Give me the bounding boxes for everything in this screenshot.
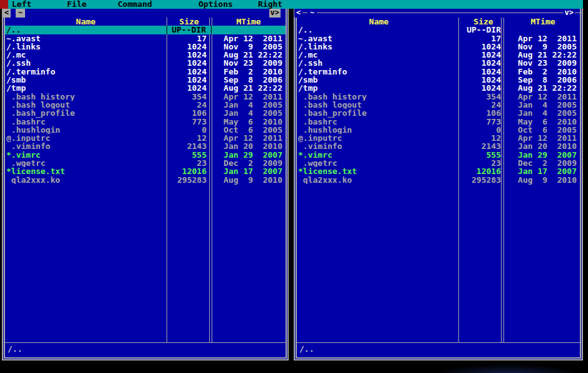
file-mtime: Jan 29 2007 (506, 151, 580, 159)
file-row[interactable]: /.terminfo1024Feb 2 2010 (5, 68, 286, 76)
file-row[interactable]: .bash_logout24Jan 4 2005 (297, 101, 580, 109)
column-header-name[interactable]: Name (5, 18, 167, 26)
file-row[interactable]: /.ssh1024Nov 23 2009 (297, 59, 580, 67)
file-mtime: Aug 9 2010 (212, 176, 286, 184)
column-header-size[interactable]: Size (461, 18, 506, 26)
file-row[interactable]: qla2xxx.ko295283Aug 9 2010 (297, 176, 580, 184)
file-rows: /..UP--DIR~.avast17Apr 12 2011/.links102… (5, 26, 286, 184)
file-row[interactable]: *license.txt12016Jan 17 2007 (297, 167, 580, 175)
file-mtime: Jan 4 2005 (212, 101, 286, 109)
menu-left[interactable]: Left (12, 0, 31, 9)
file-size: UP--DIR (167, 26, 212, 34)
file-row[interactable]: /.links1024Nov 9 2005 (297, 43, 580, 51)
file-size: 295283 (461, 176, 506, 184)
file-mtime: Jan 4 2005 (506, 101, 580, 109)
file-row[interactable]: .bash_history354Apr 12 2011 (297, 93, 580, 101)
file-size: 12016 (461, 167, 506, 175)
dropdown-forward-buttons[interactable]: v> (564, 9, 575, 18)
right-panel: < ~ v> Name Size MTime /..UP--DIR~.avast… (294, 9, 583, 360)
file-size: 1024 (167, 84, 212, 92)
file-name: /.ssh (297, 59, 461, 67)
file-row[interactable]: /..UP--DIR (5, 26, 286, 34)
right-panel-header-row: < ~ v> (297, 9, 580, 18)
menu-right[interactable]: Right (258, 0, 282, 9)
column-header-mtime[interactable]: MTime (212, 18, 286, 26)
file-row[interactable]: /tmp1024Aug 21 22:22 (5, 84, 286, 92)
file-row[interactable]: /.links1024Nov 9 2005 (5, 43, 286, 51)
file-row[interactable]: /.ssh1024Nov 23 2009 (5, 59, 286, 67)
file-row[interactable]: qla2xxx.ko295283Aug 9 2010 (5, 176, 286, 184)
file-mtime: Aug 21 22:22 (506, 51, 580, 59)
dropdown-forward-buttons[interactable]: v> (269, 9, 281, 18)
history-back-button[interactable]: < (3, 9, 11, 18)
file-row[interactable]: /.terminfo1024Feb 2 2010 (297, 68, 580, 76)
file-row[interactable]: .wgetrc23Dec 2 2009 (297, 159, 580, 167)
file-row[interactable]: .bash_profile106Jan 4 2005 (297, 109, 580, 117)
current-path[interactable]: ~ (16, 9, 25, 18)
file-name: .bash_history (297, 93, 461, 101)
file-size: 106 (461, 109, 506, 117)
file-row[interactable]: /..UP--DIR (297, 26, 580, 34)
file-row[interactable]: /.mc1024Aug 21 22:22 (5, 51, 286, 59)
mc-screen: Left File Command Options Right < ~ v> N… (0, 0, 588, 373)
column-header-mtime[interactable]: MTime (506, 18, 580, 26)
file-size: 24 (167, 101, 212, 109)
file-row[interactable]: ~.avast17Apr 12 2011 (297, 34, 580, 43)
current-path[interactable]: ~ (307, 9, 317, 18)
column-header-name[interactable]: Name (297, 18, 461, 26)
file-row[interactable]: /.mc1024Aug 21 22:22 (297, 51, 580, 59)
file-name: *license.txt (297, 167, 461, 175)
file-row[interactable]: /smb1024Sep 8 2006 (5, 76, 286, 84)
file-mtime: Aug 21 22:22 (506, 84, 580, 92)
column-headers: Name Size MTime (5, 18, 286, 26)
file-name: @.inputrc (297, 134, 461, 142)
history-back-button[interactable]: < (294, 9, 302, 18)
file-name: /smb (297, 76, 461, 84)
file-row[interactable]: /smb1024Sep 8 2006 (297, 76, 580, 84)
file-row[interactable]: .viminfo2143Jan 20 2010 (5, 142, 286, 150)
menu-command[interactable]: Command (118, 0, 152, 9)
file-row[interactable]: @.inputrc12Apr 12 2011 (5, 134, 286, 142)
file-row[interactable]: .viminfo2143Jan 20 2010 (297, 142, 580, 150)
file-row[interactable]: .hushlogin0Oct 6 2005 (297, 126, 580, 134)
file-name: qla2xxx.ko (5, 176, 167, 184)
file-mtime: May 6 2010 (212, 118, 286, 126)
file-row[interactable]: .bash_history354Apr 12 2011 (5, 93, 286, 101)
file-row[interactable]: .wgetrc23Dec 2 2009 (5, 159, 286, 167)
file-name: qla2xxx.ko (297, 176, 461, 184)
file-size: 23 (167, 159, 212, 167)
file-name: .bash_logout (5, 101, 167, 109)
file-row[interactable]: .bashrc773May 6 2010 (5, 118, 286, 126)
file-name: /.links (5, 43, 167, 51)
file-row[interactable]: .hushlogin0Oct 6 2005 (5, 126, 286, 134)
menu-options[interactable]: Options (199, 0, 233, 9)
menu-bar: Left File Command Options Right (8, 0, 583, 9)
file-row[interactable]: *.vimrc555Jan 29 2007 (5, 151, 286, 159)
file-row[interactable]: *license.txt12016Jan 17 2007 (5, 167, 286, 175)
file-mtime: Jan 20 2010 (212, 142, 286, 150)
menu-file[interactable]: File (67, 0, 86, 9)
file-row[interactable]: .bash_logout24Jan 4 2005 (5, 101, 286, 109)
file-row[interactable]: *.vimrc555Jan 29 2007 (297, 151, 580, 159)
file-size: 17 (167, 34, 212, 43)
file-row[interactable]: ~.avast17Apr 12 2011 (5, 34, 286, 43)
file-size: 1024 (461, 68, 506, 76)
file-row[interactable]: @.inputrc12Apr 12 2011 (297, 134, 580, 142)
file-size: 17 (461, 34, 506, 43)
column-header-size[interactable]: Size (167, 18, 212, 26)
file-mtime: Oct 6 2005 (506, 126, 580, 134)
file-name: *.vimrc (5, 151, 167, 159)
hint-bar: Hint: If your terminal lacks functions k… (0, 360, 588, 373)
file-name: .wgetrc (297, 159, 461, 167)
file-row[interactable]: .bashrc773May 6 2010 (297, 118, 580, 126)
file-name: .bash_logout (297, 101, 461, 109)
file-size: 12016 (167, 167, 212, 175)
file-mtime: Aug 9 2010 (506, 176, 580, 184)
file-size: 0 (461, 126, 506, 134)
file-row[interactable]: /tmp1024Aug 21 22:22 (297, 84, 580, 92)
file-row[interactable]: .bash_profile106Jan 4 2005 (5, 109, 286, 117)
file-mtime: Oct 6 2005 (212, 126, 286, 134)
file-mtime: Apr 12 2011 (212, 134, 286, 142)
file-name: /.mc (297, 51, 461, 59)
file-name: *.vimrc (297, 151, 461, 159)
